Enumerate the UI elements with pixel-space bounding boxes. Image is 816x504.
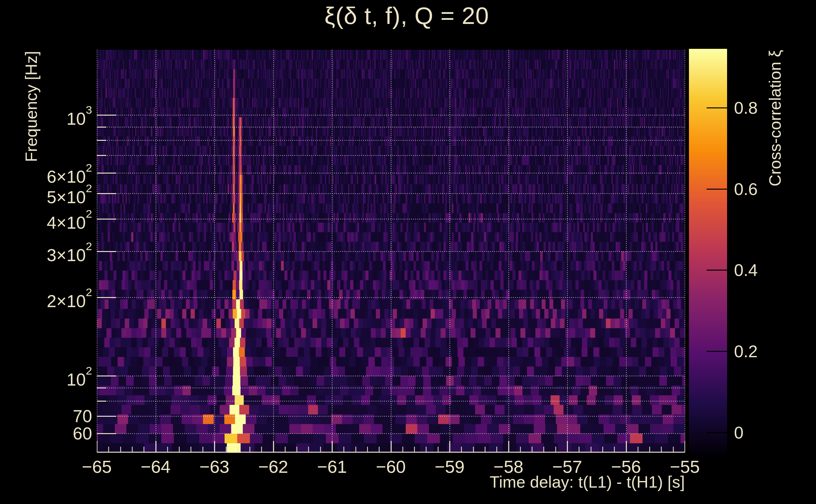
y-tick-label: 5×102 — [9, 183, 92, 204]
x-tick-label: −55 — [653, 457, 716, 476]
colorbar-tick-label: 0.2 — [734, 342, 791, 361]
x-tick-label: −63 — [183, 457, 246, 476]
x-tick-label: −59 — [418, 457, 481, 476]
y-tick-label: 3×102 — [9, 241, 92, 262]
x-tick-label: −62 — [242, 457, 305, 476]
colorbar-tick-label: 0.6 — [734, 180, 791, 198]
x-tick-label: −64 — [124, 457, 187, 476]
colorbar-tick-label: 0.4 — [734, 261, 791, 279]
colorbar-tick-label: 0 — [734, 423, 791, 442]
y-tick-label: 2×102 — [9, 287, 92, 308]
x-tick-label: −58 — [477, 457, 540, 476]
x-tick-label: −65 — [65, 457, 128, 476]
y-tick-label: 6×102 — [9, 163, 92, 183]
x-tick-label: −61 — [301, 457, 364, 476]
y-tick-label: 102 — [9, 365, 92, 386]
plot-title: ξ(δ t, f), Q = 20 — [0, 2, 815, 29]
spectrogram-canvas — [97, 50, 685, 453]
y-tick-label: 103 — [9, 105, 92, 125]
colorbar-tick-label: 0.8 — [734, 98, 791, 117]
x-tick-label: −56 — [595, 457, 658, 476]
colorbar-canvas — [689, 49, 727, 457]
x-tick-label: −60 — [359, 457, 422, 476]
x-tick-label: −57 — [536, 457, 599, 476]
colorbar-title: Cross-correlation ξ — [766, 50, 784, 186]
y-tick-label: 4×102 — [9, 209, 92, 229]
y-tick-label: 60 — [9, 423, 92, 444]
